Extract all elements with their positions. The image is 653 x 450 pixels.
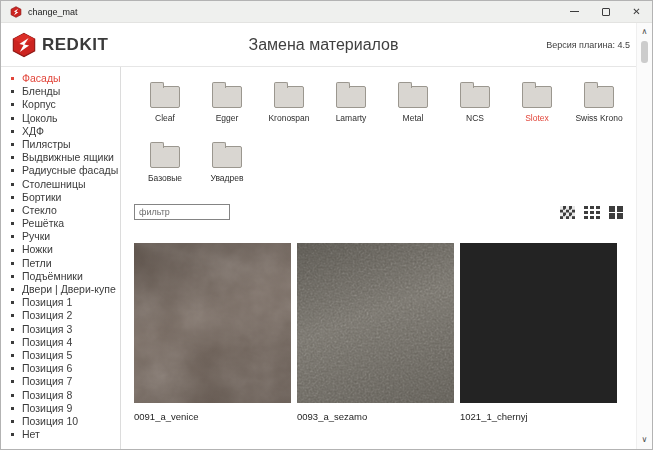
brand-folders-row-2: Базовые Увадрев bbox=[134, 139, 652, 183]
sidebar-item-petli[interactable]: Петли bbox=[1, 257, 120, 270]
material-item-sezamo[interactable]: 0093_a_sezamo bbox=[297, 243, 454, 422]
bullet-icon bbox=[11, 433, 14, 436]
sidebar-item-pilyastry[interactable]: Пилястры bbox=[1, 138, 120, 151]
sidebar-item-pos5[interactable]: Позиция 5 bbox=[1, 349, 120, 362]
folder-kronospan[interactable]: Kronospan bbox=[258, 79, 320, 123]
material-swatch[interactable] bbox=[134, 243, 291, 403]
folder-icon bbox=[398, 86, 428, 108]
sidebar-item-pos9[interactable]: Позиция 9 bbox=[1, 402, 120, 415]
sidebar-item-pos2[interactable]: Позиция 2 bbox=[1, 309, 120, 322]
sidebar-item-pos4[interactable]: Позиция 4 bbox=[1, 336, 120, 349]
bullet-icon bbox=[11, 130, 14, 133]
maximize-button[interactable] bbox=[590, 1, 621, 22]
folder-icon bbox=[150, 146, 180, 168]
bullet-icon bbox=[11, 262, 14, 265]
sidebar-item-pos3[interactable]: Позиция 3 bbox=[1, 323, 120, 336]
material-name: 0093_a_sezamo bbox=[297, 411, 454, 422]
sidebar-item-steklo[interactable]: Стекло bbox=[1, 204, 120, 217]
brand: REDKIT bbox=[11, 32, 108, 58]
folder-swiss-krono[interactable]: Swiss Krono bbox=[568, 79, 630, 123]
sidebar-item-korpus[interactable]: Корпус bbox=[1, 98, 120, 111]
content-area: Cleaf Egger Kronospan Lamarty Metal NCS … bbox=[121, 67, 652, 449]
scrollbar-thumb[interactable] bbox=[641, 41, 648, 63]
sidebar-item-dveri[interactable]: Двери | Двери-купе bbox=[1, 283, 120, 296]
folder-slotex[interactable]: Slotex bbox=[506, 79, 568, 123]
category-sidebar: Фасады Бленды Корпус Цоколь ХДФ Пилястры… bbox=[1, 67, 121, 449]
folder-icon bbox=[212, 146, 242, 168]
sidebar-item-bortiki[interactable]: Бортики bbox=[1, 191, 120, 204]
sidebar-item-blendy[interactable]: Бленды bbox=[1, 85, 120, 98]
bullet-icon bbox=[11, 103, 14, 106]
app-logo-icon bbox=[10, 6, 22, 18]
sidebar-item-hdf[interactable]: ХДФ bbox=[1, 125, 120, 138]
page-title: Замена материалов bbox=[249, 36, 399, 54]
small-grid-icon[interactable] bbox=[560, 206, 575, 219]
folder-metal[interactable]: Metal bbox=[382, 79, 444, 123]
view-size-switcher bbox=[560, 206, 623, 219]
toolbar bbox=[134, 204, 623, 220]
sidebar-item-pos10[interactable]: Позиция 10 bbox=[1, 415, 120, 428]
folder-icon bbox=[150, 86, 180, 108]
sidebar-item-radiusnye[interactable]: Радиусные фасады bbox=[1, 164, 120, 177]
sidebar-item-pos8[interactable]: Позиция 8 bbox=[1, 389, 120, 402]
bullet-icon bbox=[11, 117, 14, 120]
bullet-icon bbox=[11, 420, 14, 423]
folder-uvadrev[interactable]: Увадрев bbox=[196, 139, 258, 183]
sidebar-item-net[interactable]: Нет bbox=[1, 428, 120, 441]
bullet-icon bbox=[11, 354, 14, 357]
bullet-icon bbox=[11, 156, 14, 159]
sidebar-item-reshetka[interactable]: Решётка bbox=[1, 217, 120, 230]
texture-shade bbox=[297, 243, 454, 403]
minimize-icon bbox=[570, 11, 579, 12]
material-item-chernyj[interactable]: 1021_1_chernyj bbox=[460, 243, 617, 422]
filter-input[interactable] bbox=[134, 204, 230, 220]
vertical-scrollbar[interactable]: ∧ ∨ bbox=[636, 23, 652, 449]
bullet-icon bbox=[11, 301, 14, 304]
bullet-icon bbox=[11, 249, 14, 252]
medium-grid-icon[interactable] bbox=[584, 206, 600, 219]
large-grid-icon[interactable] bbox=[609, 206, 623, 219]
scroll-down-icon[interactable]: ∨ bbox=[642, 434, 648, 446]
sidebar-item-pos6[interactable]: Позиция 6 bbox=[1, 362, 120, 375]
folder-icon bbox=[584, 86, 614, 108]
brand-folders-row-1: Cleaf Egger Kronospan Lamarty Metal NCS … bbox=[134, 79, 652, 123]
folder-icon bbox=[212, 86, 242, 108]
material-name: 0091_a_venice bbox=[134, 411, 291, 422]
bullet-icon bbox=[11, 275, 14, 278]
bullet-icon bbox=[11, 407, 14, 410]
bullet-icon bbox=[11, 380, 14, 383]
folder-lamarty[interactable]: Lamarty bbox=[320, 79, 382, 123]
sidebar-item-stoleshnitsy[interactable]: Столешницы bbox=[1, 178, 120, 191]
scroll-up-icon[interactable]: ∧ bbox=[642, 26, 648, 38]
sidebar-item-yashiki[interactable]: Выдвижные ящики bbox=[1, 151, 120, 164]
folder-cleaf[interactable]: Cleaf bbox=[134, 79, 196, 123]
sidebar-item-pos7[interactable]: Позиция 7 bbox=[1, 375, 120, 388]
sidebar-item-pos1[interactable]: Позиция 1 bbox=[1, 296, 120, 309]
redkit-logo-icon bbox=[11, 32, 37, 58]
material-item-venice[interactable]: 0091_a_venice bbox=[134, 243, 291, 422]
material-grid: 0091_a_venice 0093_a_sezamo 1021_1_chern… bbox=[134, 243, 652, 422]
app-window: change_mat ✕ REDKIT Замена материалов Ве… bbox=[0, 0, 653, 450]
bullet-icon bbox=[11, 394, 14, 397]
material-swatch[interactable] bbox=[460, 243, 617, 403]
bullet-icon bbox=[11, 314, 14, 317]
maximize-icon bbox=[602, 8, 610, 16]
bullet-icon bbox=[11, 90, 14, 93]
folder-egger[interactable]: Egger bbox=[196, 79, 258, 123]
folder-ncs[interactable]: NCS bbox=[444, 79, 506, 123]
sidebar-item-fasady[interactable]: Фасады bbox=[1, 72, 120, 85]
main-area: Фасады Бленды Корпус Цоколь ХДФ Пилястры… bbox=[1, 67, 652, 449]
close-button[interactable]: ✕ bbox=[621, 1, 652, 22]
bullet-icon bbox=[11, 77, 14, 80]
material-swatch[interactable] bbox=[297, 243, 454, 403]
bullet-icon bbox=[11, 288, 14, 291]
app-header: REDKIT Замена материалов Версия плагина:… bbox=[1, 23, 652, 67]
minimize-button[interactable] bbox=[559, 1, 590, 22]
sidebar-item-ruchki[interactable]: Ручки bbox=[1, 230, 120, 243]
bullet-icon bbox=[11, 196, 14, 199]
sidebar-item-tsokol[interactable]: Цоколь bbox=[1, 112, 120, 125]
sidebar-item-podemniki[interactable]: Подъёмники bbox=[1, 270, 120, 283]
sidebar-item-nozhki[interactable]: Ножки bbox=[1, 243, 120, 256]
folder-bazovye[interactable]: Базовые bbox=[134, 139, 196, 183]
plugin-version: Версия плагина: 4.5 bbox=[546, 40, 630, 50]
